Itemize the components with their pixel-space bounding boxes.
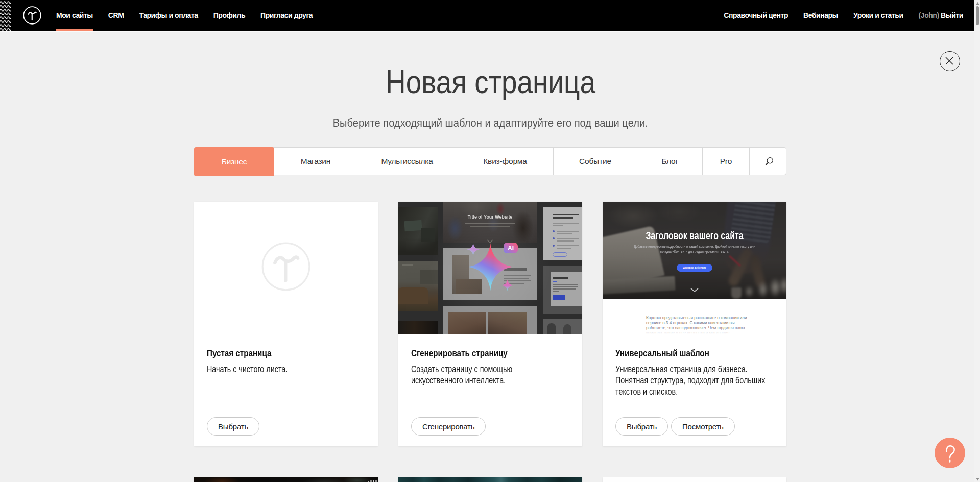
svg-text:AI: AI xyxy=(508,245,514,252)
